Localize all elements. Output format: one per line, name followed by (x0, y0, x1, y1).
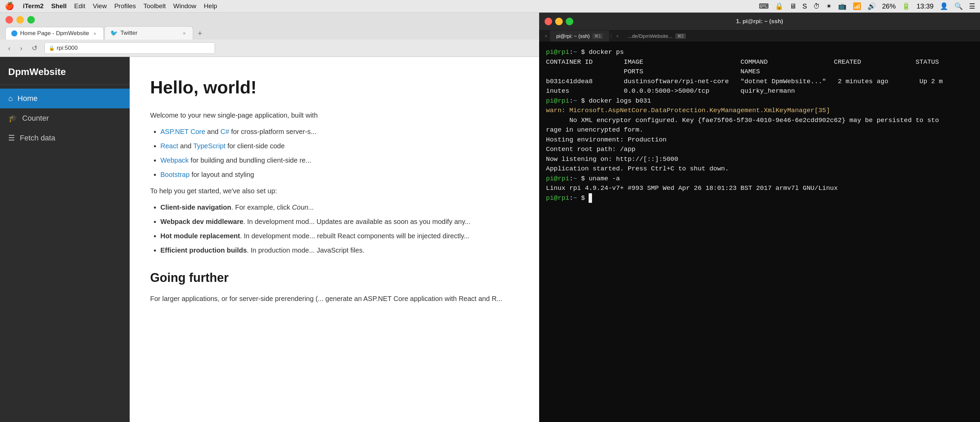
menubar-window[interactable]: Window (173, 2, 197, 10)
home-icon: ⌂ (8, 94, 13, 103)
tab-twitter[interactable]: 🐦 Twitter × (104, 26, 193, 40)
tab-home-label: Home Page - DpmWebsite (20, 30, 89, 37)
home-favicon: 🌐 (11, 30, 18, 36)
term-line: Content root path: /app (546, 144, 973, 154)
terminal-tab-2[interactable]: ...de/DpmWebsite... ⌘2 (621, 30, 692, 41)
clientnav-bold: Client-side navigation (161, 203, 231, 211)
tab-home[interactable]: 🌐 Home Page - DpmWebsite × (5, 27, 104, 40)
address-input[interactable]: 🔒 rpi:5000 (45, 42, 215, 54)
aspnet-link[interactable]: ASP.NET Core (161, 128, 205, 135)
browser-chrome: 🌐 Home Page - DpmWebsite × 🐦 Twitter × +… (0, 13, 539, 57)
sidebar-item-counter[interactable]: 🎓 Counter (0, 108, 130, 128)
term-line: Now listening on: http://[::]:5000 (546, 154, 973, 164)
react-link[interactable]: React (161, 142, 178, 150)
address-text[interactable]: rpi:5000 (57, 44, 78, 51)
timemachine-icon: ⏱ (813, 2, 820, 10)
counter-icon: 🎓 (8, 114, 18, 123)
list-item: Webpack dev middleware. In development m… (161, 216, 519, 227)
typescript-link[interactable]: TypeScript (193, 142, 225, 150)
term-line-warn: warn: Microsoft.AspNetCore.DataProtectio… (546, 106, 973, 116)
terminal-tab-close-2[interactable]: × (613, 32, 621, 40)
sidebar-home-label: Home (18, 94, 38, 103)
tab-twitter-close[interactable]: × (181, 30, 187, 36)
term-line: No XML encryptor configured. Key {fae75f… (546, 116, 973, 125)
spotlight-icon[interactable]: 🔍 (955, 2, 963, 10)
twitter-favicon: 🐦 (110, 29, 118, 37)
fetchdata-icon: ☰ (8, 133, 15, 143)
display-icon: 🖥 (790, 2, 796, 10)
list-item: Bootstrap for layout and styling (161, 169, 519, 180)
menubar-view[interactable]: View (93, 2, 107, 10)
volume-icon: 🔊 (867, 2, 876, 10)
list-item: ASP.NET Core and C# for cross-platform s… (161, 126, 519, 137)
forward-button[interactable]: › (18, 43, 25, 54)
terminal-tabs: × pi@rpi: ~ (ssh) ⌘1 | × ...de/DpmWebsit… (539, 30, 980, 42)
keychain-icon: 🔒 (775, 2, 783, 10)
main-bullets2: Client-side navigation. For example, cli… (150, 202, 519, 255)
browser-tabs: 🌐 Home Page - DpmWebsite × 🐦 Twitter × + (0, 26, 539, 40)
terminal-body[interactable]: pi@rpi:~ $ docker ps CONTAINER ID IMAGE … (539, 42, 980, 422)
setup-intro: To help you get started, we've also set … (150, 186, 519, 196)
prodbuild-bold: Efficient production builds (161, 246, 247, 254)
minimize-button[interactable] (16, 16, 24, 24)
terminal-traffic-lights (539, 18, 579, 25)
tab-twitter-label: Twitter (121, 30, 137, 36)
sidebar-fetchdata-label: Fetch data (20, 133, 55, 143)
list-item: Hot module replacement. In development m… (161, 230, 519, 241)
bootstrap-link[interactable]: Bootstrap (161, 171, 190, 178)
hmr-bold: Hot module replacement (161, 232, 240, 240)
lock-icon: 🔒 (49, 45, 55, 51)
battery-percent: 26% (882, 2, 896, 10)
bluetooth-icon: ✴ (826, 2, 832, 10)
menubar-help[interactable]: Help (204, 2, 217, 10)
terminal-tab-2-kbd: ⌘2 (675, 33, 686, 39)
menubar-edit[interactable]: Edit (74, 2, 85, 10)
tab-home-close[interactable]: × (92, 30, 98, 36)
menubar-iterm2[interactable]: iTerm2 (23, 2, 44, 10)
list-item: Efficient production builds. In producti… (161, 245, 519, 255)
sidebar-counter-label: Counter (22, 114, 49, 123)
term-line: pi@rpi:~ $ docker ps (546, 48, 973, 57)
terminal-tab-1-kbd: ⌘1 (592, 33, 603, 39)
menubar-profiles[interactable]: Profiles (114, 2, 136, 10)
term-line: b031c41ddea8 dustinsoftware/rpi-net-core… (546, 77, 973, 87)
notification-icon[interactable]: ☰ (969, 2, 975, 10)
user-icon: 👤 (940, 2, 948, 10)
term-line: pi@rpi:~ $ uname -a (546, 174, 973, 184)
main-heading: Hello, world! (150, 73, 519, 102)
new-tab-button[interactable]: + (194, 27, 206, 40)
terminal-tab-1[interactable]: pi@rpi: ~ (ssh) ⌘1 (550, 30, 609, 41)
browser-window: 🌐 Home Page - DpmWebsite × 🐦 Twitter × +… (0, 13, 539, 422)
terminal-minimize-button[interactable] (555, 18, 563, 25)
menubar-toolbelt[interactable]: Toolbelt (143, 2, 166, 10)
terminal-maximize-button[interactable] (566, 18, 573, 25)
traffic-lights (0, 13, 539, 26)
refresh-button[interactable]: ↺ (29, 43, 40, 54)
battery-icon: 🔋 (902, 2, 910, 10)
main-content: Hello, world! Welcome to your new single… (130, 57, 539, 422)
term-line: Linux rpi 4.9.24-v7+ #993 SMP Wed Apr 26… (546, 183, 973, 193)
further-heading: Going further (150, 268, 519, 288)
term-line: Hosting environment: Production (546, 135, 973, 145)
address-bar: ‹ › ↺ 🔒 rpi:5000 (0, 40, 539, 57)
terminal-close-button[interactable] (545, 18, 552, 25)
webpack-link[interactable]: Webpack (161, 157, 189, 164)
terminal-titlebar: 1. pi@rpi: ~ (ssh) (539, 13, 980, 30)
term-prompt-line: pi@rpi:~ $ (546, 193, 973, 203)
apple-menu[interactable]: 🍎 (5, 2, 14, 11)
menubar: 🍎 iTerm2 Shell Edit View Profiles Toolbe… (0, 0, 980, 13)
csharp-link[interactable]: C# (220, 128, 229, 135)
terminal-tab-1-label: pi@rpi: ~ (ssh) (556, 33, 590, 39)
maximize-button[interactable] (27, 16, 35, 24)
wifi-icon: 📶 (853, 2, 861, 10)
menubar-shell[interactable]: Shell (51, 2, 67, 10)
terminal-tab-close-1[interactable]: × (542, 32, 550, 40)
close-button[interactable] (5, 16, 13, 24)
term-line: pi@rpi:~ $ docker logs b031 (546, 96, 973, 106)
further-text: For larger applications, or for server-s… (150, 293, 519, 304)
back-button[interactable]: ‹ (5, 43, 13, 54)
sidebar-item-home[interactable]: ⌂ Home (0, 89, 130, 108)
sidebar-item-fetchdata[interactable]: ☰ Fetch data (0, 128, 130, 148)
main-bullets1: ASP.NET Core and C# for cross-platform s… (150, 126, 519, 180)
term-line: CONTAINER ID IMAGE COMMAND CREATED STATU… (546, 57, 973, 67)
